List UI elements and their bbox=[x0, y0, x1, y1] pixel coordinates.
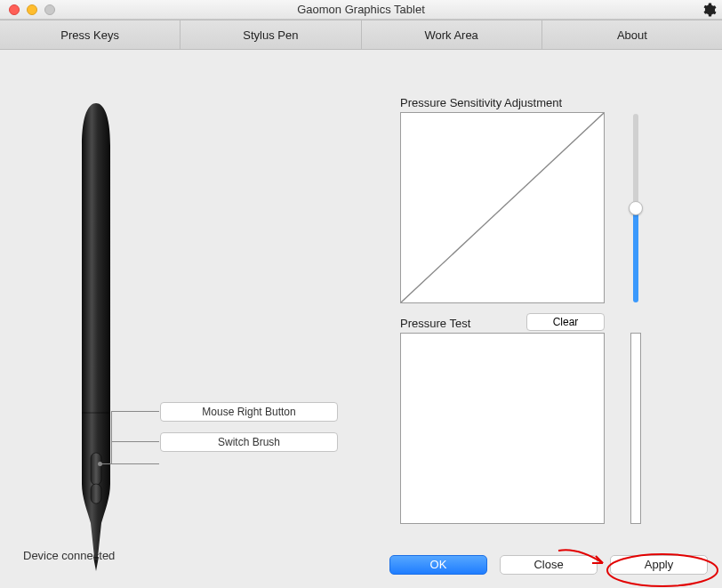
tab-stylus-pen[interactable]: Stylus Pen bbox=[180, 20, 361, 49]
tab-work-area[interactable]: Work Area bbox=[362, 20, 542, 49]
pressure-test-label: Pressure Test bbox=[400, 317, 470, 330]
sensitivity-slider-track bbox=[633, 114, 638, 207]
minimize-window-icon[interactable] bbox=[27, 4, 37, 15]
clear-button[interactable]: Clear bbox=[526, 313, 605, 331]
sensitivity-slider-fill bbox=[633, 208, 638, 302]
svg-line-2 bbox=[401, 113, 604, 302]
close-window-icon[interactable] bbox=[9, 4, 20, 15]
content-area: Mouse Right Button Switch Brush Device c… bbox=[0, 50, 722, 587]
tab-about[interactable]: About bbox=[542, 20, 722, 49]
connector-line bbox=[111, 441, 159, 442]
svg-rect-0 bbox=[91, 453, 101, 485]
tab-press-keys[interactable]: Press Keys bbox=[0, 20, 180, 49]
sensitivity-slider-thumb[interactable] bbox=[629, 201, 643, 215]
pressure-sensitivity-label: Pressure Sensitivity Adjustment bbox=[400, 96, 562, 109]
connector-line bbox=[111, 411, 112, 464]
pen-button1-field[interactable]: Mouse Right Button bbox=[160, 402, 338, 422]
titlebar: Gaomon Graphics Tablet bbox=[0, 0, 722, 20]
zoom-window-icon[interactable] bbox=[44, 4, 55, 15]
svg-rect-1 bbox=[91, 484, 101, 503]
window-title: Gaomon Graphics Tablet bbox=[0, 3, 722, 16]
connector-line bbox=[111, 411, 159, 412]
settings-gear-icon[interactable] bbox=[701, 2, 717, 20]
ok-button[interactable]: OK bbox=[389, 555, 487, 575]
stylus-pen-illustration bbox=[69, 101, 123, 573]
apply-button[interactable]: Apply bbox=[610, 555, 708, 575]
pen-button2-field[interactable]: Switch Brush bbox=[160, 432, 338, 452]
pressure-test-canvas[interactable] bbox=[400, 333, 605, 524]
device-status-label: Device connected bbox=[23, 549, 115, 562]
close-button[interactable]: Close bbox=[500, 555, 598, 575]
pressure-curve-canvas[interactable] bbox=[400, 112, 605, 303]
main-tabs: Press Keys Stylus Pen Work Area About bbox=[0, 20, 722, 50]
window-controls bbox=[9, 4, 55, 15]
pressure-test-meter bbox=[630, 333, 641, 524]
